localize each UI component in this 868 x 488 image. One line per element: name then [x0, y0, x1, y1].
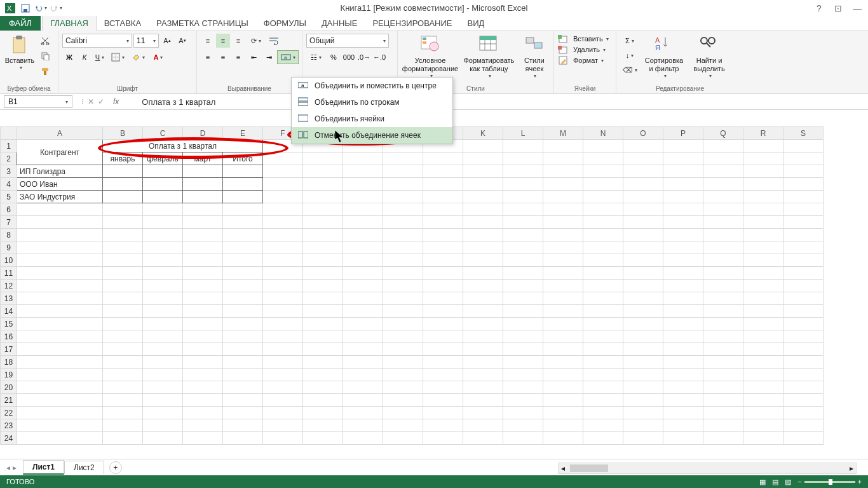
cell[interactable]	[103, 178, 143, 191]
spreadsheet-grid[interactable]: A B C D E F G H I J K L M N O P Q R S 1 …	[0, 126, 868, 471]
merge-center-item[interactable]: a Объединить и поместить в центре	[292, 78, 452, 94]
row-header[interactable]: 14	[1, 305, 17, 318]
cell[interactable]: ООО Иван	[17, 178, 103, 191]
cell-styles-button[interactable]: Стили ячеек▾	[519, 34, 550, 81]
zoom-in-icon[interactable]: +	[858, 478, 862, 485]
cell[interactable]: февраль	[143, 152, 183, 165]
col-header[interactable]: A	[17, 127, 103, 140]
tab-review[interactable]: РЕЦЕНЗИРОВАНИЕ	[365, 16, 459, 30]
row-header[interactable]: 16	[1, 330, 17, 343]
row-header[interactable]: 22	[1, 407, 17, 419]
percent-icon[interactable]: %	[327, 50, 341, 64]
row-header[interactable]: 6	[1, 203, 17, 216]
tab-data[interactable]: ДАННЫЕ	[314, 16, 365, 30]
tab-file[interactable]: ФАЙЛ	[0, 16, 41, 30]
col-header[interactable]: K	[463, 127, 503, 140]
view-layout-icon[interactable]: ▤	[772, 478, 778, 486]
number-format-select[interactable]: Общий▾	[306, 34, 389, 48]
autosum-icon[interactable]: Σ▾	[620, 34, 639, 48]
row-header[interactable]: 18	[1, 356, 17, 369]
cell[interactable]: ЗАО Индустрия	[17, 191, 103, 203]
minimize-icon[interactable]: —	[850, 3, 864, 13]
zoom-slider[interactable]	[804, 481, 855, 483]
align-middle-icon[interactable]: ≡	[216, 34, 230, 48]
scroll-left-icon[interactable]: ◂	[559, 464, 567, 473]
cell[interactable]	[143, 165, 183, 178]
view-pagebreak-icon[interactable]: ▧	[785, 478, 791, 486]
row-header[interactable]: 17	[1, 343, 17, 356]
sheet-tab[interactable]: Лист2	[64, 461, 104, 474]
sort-filter-button[interactable]: АЯ Сортировка и фильтр▾	[642, 34, 686, 81]
border-icon[interactable]: ▾	[108, 50, 127, 64]
tab-layout[interactable]: РАЗМЕТКА СТРАНИЦЫ	[149, 16, 256, 30]
cell[interactable]: март	[183, 152, 223, 165]
undo-icon[interactable]: ▾	[34, 2, 47, 15]
cell[interactable]	[103, 165, 143, 178]
row-header[interactable]: 15	[1, 318, 17, 330]
ribbon-options-icon[interactable]: ⊡	[831, 3, 845, 13]
clear-icon[interactable]: ⌫▾	[620, 63, 639, 77]
decrease-decimal-icon[interactable]: ←.0	[372, 50, 386, 64]
row-header[interactable]: 4	[1, 178, 17, 191]
col-header[interactable]: Q	[703, 127, 743, 140]
align-bottom-icon[interactable]: ≡	[231, 34, 245, 48]
row-header[interactable]: 24	[1, 432, 17, 445]
formula-text[interactable]: Оплата з 1 квартал	[123, 97, 215, 107]
horizontal-scrollbar[interactable]: ◂▸	[558, 463, 857, 474]
fx-icon[interactable]: fx	[109, 97, 123, 106]
row-header[interactable]: 8	[1, 229, 17, 241]
paste-button[interactable]: Вставить▾	[4, 34, 36, 72]
sheet-tab[interactable]: Лист1	[23, 460, 64, 475]
add-sheet-button[interactable]: +	[109, 461, 122, 474]
col-header[interactable]: C	[143, 127, 183, 140]
increase-indent-icon[interactable]: ⇥	[262, 50, 276, 64]
row-header[interactable]: 1	[1, 140, 17, 152]
row-header[interactable]: 2	[1, 152, 17, 165]
help-icon[interactable]: ?	[812, 3, 826, 13]
zoom-out-icon[interactable]: −	[797, 478, 801, 485]
cell[interactable]	[103, 191, 143, 203]
tab-home[interactable]: ГЛАВНАЯ	[42, 15, 97, 31]
row-header[interactable]: 23	[1, 419, 17, 432]
row-header[interactable]: 12	[1, 280, 17, 292]
bold-icon[interactable]: Ж	[62, 50, 76, 64]
cell[interactable]	[143, 191, 183, 203]
cut-icon[interactable]	[38, 34, 52, 48]
col-header[interactable]: R	[743, 127, 783, 140]
italic-icon[interactable]: К	[78, 50, 92, 64]
format-as-table-button[interactable]: Форматировать как таблицу▾	[461, 34, 517, 81]
col-header[interactable]: E	[223, 127, 263, 140]
font-color-icon[interactable]: А▾	[149, 50, 168, 64]
merged-header-cell[interactable]: Оплата з 1 квартал	[103, 140, 263, 152]
cell[interactable]	[223, 165, 263, 178]
row-header[interactable]: 19	[1, 369, 17, 381]
decrease-font-icon[interactable]: A▾	[175, 34, 189, 48]
font-name-select[interactable]: Calibri▾	[62, 34, 132, 48]
row-header[interactable]: 20	[1, 381, 17, 394]
fill-icon[interactable]: ↓▾	[620, 48, 639, 62]
find-select-button[interactable]: Найти и выделить▾	[689, 34, 729, 81]
scroll-right-icon[interactable]: ▸	[847, 464, 856, 473]
cell[interactable]: январь	[103, 152, 143, 165]
col-header[interactable]: O	[623, 127, 663, 140]
row-header[interactable]: 13	[1, 292, 17, 305]
copy-icon[interactable]	[38, 49, 52, 63]
col-header[interactable]: L	[503, 127, 543, 140]
insert-cells-button[interactable]: Вставить▾	[558, 34, 609, 44]
align-top-icon[interactable]: ≡	[201, 34, 215, 48]
row-header[interactable]: 9	[1, 241, 17, 254]
decrease-indent-icon[interactable]: ⇤	[247, 50, 261, 64]
conditional-formatting-button[interactable]: Условное форматирование▾	[402, 34, 459, 81]
merge-across-item[interactable]: Объединить по строкам	[292, 94, 452, 111]
sheet-next-icon[interactable]: ▸	[13, 463, 17, 472]
row-header[interactable]: 21	[1, 394, 17, 407]
save-icon[interactable]	[19, 2, 32, 15]
format-cells-button[interactable]: Формат▾	[558, 55, 609, 65]
zoom-control[interactable]: − +	[797, 478, 862, 485]
cell[interactable]	[183, 191, 223, 203]
col-header[interactable]: D	[183, 127, 223, 140]
row-header[interactable]: 3	[1, 165, 17, 178]
cell[interactable]: Контрагент	[17, 140, 103, 165]
fill-color-icon[interactable]: ▾	[128, 50, 147, 64]
cell[interactable]	[183, 178, 223, 191]
